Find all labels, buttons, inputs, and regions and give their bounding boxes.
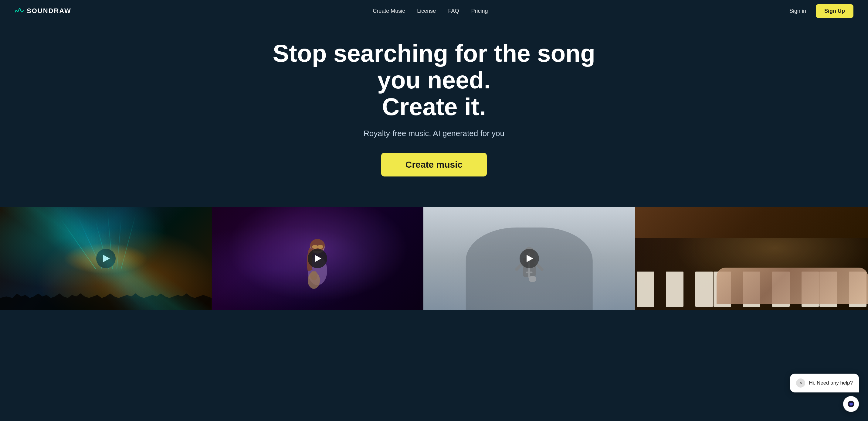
laser-6: [121, 213, 136, 269]
svg-point-3: [310, 271, 317, 280]
laser-1: [60, 218, 96, 269]
guitarist-silhouette: [293, 231, 342, 310]
svg-point-12: [529, 276, 536, 282]
logo-text: SOUNDRAW: [27, 7, 71, 15]
video-grid: YA: [0, 207, 868, 310]
play-button-instrument[interactable]: [520, 249, 539, 268]
sign-in-link[interactable]: Sign in: [789, 8, 806, 14]
sign-up-button[interactable]: Sign Up: [816, 4, 854, 18]
nav-item-create-music[interactable]: Create Music: [373, 8, 405, 14]
chat-icon-button[interactable]: [843, 396, 859, 412]
piano-top: [635, 207, 868, 238]
video-card-piano[interactable]: YA: [635, 207, 868, 310]
svg-point-5: [312, 245, 318, 249]
nav-item-pricing[interactable]: Pricing: [471, 8, 488, 14]
nav-right: Sign in Sign Up: [789, 4, 854, 18]
chat-widget: × Hi. Need any help?: [790, 374, 859, 412]
piano-key-white-3: [695, 272, 713, 307]
soundraw-logo-icon: [14, 7, 24, 15]
svg-point-18: [851, 404, 852, 404]
nav-links: Create Music License FAQ Pricing: [373, 8, 488, 14]
nav-item-faq[interactable]: FAQ: [448, 8, 459, 14]
svg-point-16: [850, 404, 851, 404]
hero-section: Stop searching for the song you need. Cr…: [0, 22, 868, 207]
stage-glow: [63, 243, 148, 274]
play-button-guitarist[interactable]: [308, 249, 327, 268]
chat-icon: [847, 400, 855, 408]
hero-headline: Stop searching for the song you need. Cr…: [252, 40, 616, 120]
laser-2: [78, 217, 102, 269]
logo[interactable]: SOUNDRAW: [14, 7, 71, 15]
svg-point-6: [317, 245, 323, 249]
nav-item-license[interactable]: License: [417, 8, 436, 14]
svg-point-17: [851, 404, 851, 404]
create-music-button[interactable]: Create music: [381, 153, 487, 176]
piano-key-white-2: [666, 272, 683, 307]
laser-effects: [0, 207, 212, 310]
chat-bubble: × Hi. Need any help?: [790, 374, 859, 392]
chat-close-button[interactable]: ×: [796, 378, 805, 388]
piano-key-white-1: [637, 272, 654, 307]
hero-headline-line2: Create it.: [382, 93, 486, 120]
video-card-instrument[interactable]: [423, 207, 635, 310]
crowd-silhouette: [0, 280, 212, 310]
video-card-concert[interactable]: [0, 207, 212, 310]
hero-subtitle: Royalty-free music, AI generated for you: [12, 129, 856, 138]
laser-4: [107, 209, 113, 269]
laser-5: [117, 215, 122, 269]
svg-rect-11: [526, 272, 532, 273]
instrument-silhouette: [508, 237, 551, 310]
play-button-concert[interactable]: [96, 249, 116, 268]
hero-headline-line1: Stop searching for the song you need.: [273, 40, 595, 93]
laser-3: [95, 219, 108, 269]
chat-message: Hi. Need any help?: [809, 380, 853, 386]
navbar: SOUNDRAW Create Music License FAQ Pricin…: [0, 0, 868, 22]
video-card-guitarist[interactable]: [212, 207, 424, 310]
hand-overlay: [717, 268, 868, 304]
